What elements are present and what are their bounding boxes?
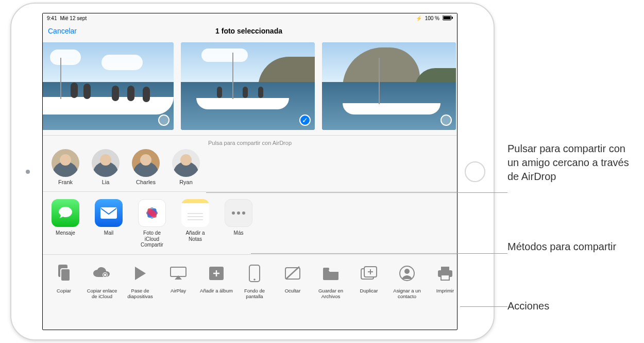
camera-dot — [26, 170, 30, 174]
screen: 9:41 Mié 12 sept ⚡ 100 % Cancelar 1 foto… — [42, 13, 457, 330]
action-assign-contact[interactable]: Asignar a un contacto — [390, 262, 424, 299]
svg-rect-3 — [100, 207, 117, 219]
status-charging-icon: ⚡ — [416, 15, 422, 21]
cancel-button[interactable]: Cancelar — [48, 27, 77, 35]
action-copy[interactable]: Copiar — [47, 262, 81, 299]
share-app-mail[interactable]: Mail — [93, 199, 124, 248]
share-app-notes[interactable]: Añadir a Notas — [180, 199, 211, 248]
selection-checkmark-icon[interactable]: ✓ — [299, 115, 311, 126]
airdrop-contact[interactable]: Ryan — [171, 149, 201, 185]
svg-rect-2 — [452, 17, 453, 19]
duplicate-icon — [355, 262, 382, 285]
svg-point-15 — [232, 211, 235, 215]
avatar — [52, 149, 79, 177]
page-title: 1 foto seleccionada — [77, 27, 421, 35]
notes-icon — [181, 199, 209, 227]
svg-rect-34 — [441, 275, 449, 280]
callout-airdrop: Pulsar para compartir con un amigo cerca… — [507, 142, 636, 184]
action-label: Imprimir — [428, 288, 457, 293]
photo-thumb[interactable] — [322, 42, 456, 130]
cloud-link-icon — [89, 262, 115, 285]
svg-rect-19 — [61, 269, 70, 281]
callout-share: Métodos para compartir — [507, 240, 626, 254]
action-label: Añadir a álbum — [199, 288, 233, 293]
status-date: Mié 12 sept — [60, 15, 87, 21]
mail-icon — [95, 199, 123, 227]
action-copy-icloud-link[interactable]: Copiar enlace de iCloud — [85, 262, 119, 299]
svg-point-16 — [237, 211, 240, 215]
share-app-more[interactable]: Más — [223, 199, 254, 248]
action-hide[interactable]: Ocultar — [276, 262, 310, 299]
action-airplay[interactable]: AirPlay — [161, 262, 195, 299]
app-label: Añadir a Notas — [180, 230, 211, 242]
avatar — [132, 149, 160, 177]
folder-icon — [317, 262, 344, 285]
selection-circle[interactable] — [158, 115, 170, 126]
action-wallpaper[interactable]: Fondo de pantalla — [238, 262, 272, 299]
airdrop-contact[interactable]: Lia — [90, 149, 121, 185]
avatar — [92, 149, 120, 177]
airdrop-contact[interactable]: Charles — [130, 149, 161, 185]
action-label: Asignar a un contacto — [390, 288, 424, 299]
action-label: Pase de diapositivas — [123, 288, 157, 299]
battery-icon — [443, 15, 453, 21]
airdrop-row: Frank Lia Charles Ryan — [43, 147, 457, 191]
print-icon — [432, 262, 457, 285]
airdrop-contact[interactable]: Frank — [50, 149, 81, 185]
app-label: Foto de iCloud Compartir — [137, 230, 167, 248]
more-icon — [225, 199, 252, 227]
action-label: Guardar en Archivos — [314, 288, 348, 299]
app-label: Más — [223, 230, 254, 236]
svg-rect-1 — [444, 17, 451, 20]
svg-rect-33 — [441, 267, 449, 271]
photos-icon — [138, 199, 166, 227]
action-label: Fondo de pantalla — [238, 288, 272, 299]
home-button[interactable] — [465, 161, 485, 182]
ipad-frame: 9:41 Mié 12 sept ⚡ 100 % Cancelar 1 foto… — [10, 3, 495, 340]
play-icon — [127, 262, 154, 285]
callout-text: Acciones — [507, 300, 549, 312]
selection-circle[interactable] — [440, 115, 452, 126]
action-label: Copiar — [47, 288, 81, 293]
photo-thumb[interactable] — [43, 42, 174, 130]
svg-rect-27 — [323, 268, 329, 270]
svg-point-24 — [253, 279, 256, 281]
airdrop-section: Pulsa para compartir con AirDrop Frank L… — [43, 136, 457, 192]
share-app-icloud-photo[interactable]: Foto de iCloud Compartir — [137, 199, 167, 248]
action-add-to-album[interactable]: Añadir a álbum — [199, 262, 233, 299]
contact-icon — [394, 262, 420, 285]
airplay-icon — [165, 262, 192, 285]
photo-strip[interactable]: ✓ — [43, 39, 457, 136]
nav-bar: Cancelar 1 foto seleccionada — [43, 23, 457, 39]
contact-name: Frank — [58, 179, 73, 185]
messages-icon — [52, 199, 79, 227]
status-time: 9:41 — [47, 15, 57, 21]
callout-text: Métodos para compartir — [507, 241, 616, 252]
svg-point-17 — [242, 211, 245, 215]
action-label: AirPlay — [161, 288, 195, 293]
action-label: Ocultar — [276, 288, 310, 293]
avatar — [172, 149, 200, 177]
app-label: Mensaje — [50, 230, 81, 236]
svg-point-31 — [404, 269, 410, 274]
wallpaper-icon — [241, 262, 268, 285]
contact-name: Lia — [102, 179, 110, 185]
airdrop-hint: Pulsa para compartir con AirDrop — [43, 136, 457, 147]
action-duplicate[interactable]: Duplicar — [352, 262, 386, 299]
action-print[interactable]: Imprimir — [428, 262, 457, 299]
app-label: Mail — [93, 230, 124, 236]
share-app-messages[interactable]: Mensaje — [50, 199, 81, 248]
action-slideshow[interactable]: Pase de diapositivas — [123, 262, 157, 299]
status-battery: 100 % — [425, 15, 439, 21]
contact-name: Ryan — [179, 179, 193, 185]
svg-rect-21 — [171, 267, 186, 276]
copy-icon — [50, 262, 77, 285]
photo-thumb-selected[interactable]: ✓ — [181, 42, 315, 130]
status-bar: 9:41 Mié 12 sept ⚡ 100 % — [43, 13, 457, 23]
actions-row: Copiar Copiar enlace de iCloud Pase de d… — [43, 255, 457, 306]
action-save-files[interactable]: Guardar en Archivos — [314, 262, 348, 299]
callout-text: Pulsar para compartir con un amigo cerca… — [507, 143, 629, 182]
svg-line-26 — [286, 267, 299, 279]
add-album-icon — [203, 262, 230, 285]
contact-name: Charles — [136, 179, 156, 185]
